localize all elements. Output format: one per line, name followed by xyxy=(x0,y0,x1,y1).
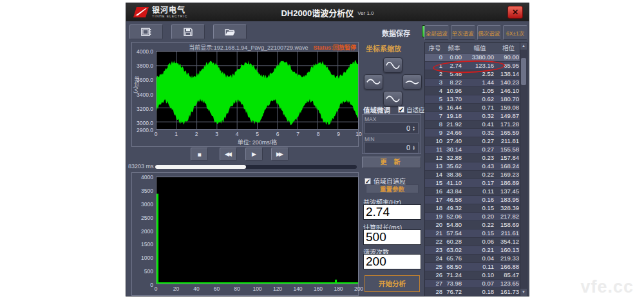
minmax-group: MAX ▲▼ MIN ▲▼ xyxy=(362,114,421,154)
filter-odd-harmonics-button[interactable]: 单次谐波 xyxy=(451,25,475,40)
spinner-arrows-icon[interactable]: ▲▼ xyxy=(410,123,417,133)
table-row[interactable]: 38.221.44140.23 xyxy=(425,79,527,87)
table-row[interactable]: 2465.760.04219.33 xyxy=(425,255,527,263)
play-button[interactable]: ▶ xyxy=(245,148,263,160)
table-cell: 149.87 xyxy=(496,112,521,120)
table-cell: 54.80 xyxy=(444,221,464,229)
min-spinner[interactable]: ▲▼ xyxy=(365,142,419,153)
filter-even-harmonics-button[interactable]: 偶次谐波 xyxy=(477,25,502,40)
filter-all-harmonics-button[interactable]: 全部谐波 xyxy=(424,25,449,40)
autofit-checkbox-row[interactable]: ✓ 自适应 xyxy=(398,105,425,114)
table-row[interactable]: 1643.840.11137.45 xyxy=(425,188,527,196)
rewind-button[interactable]: ◀◀ xyxy=(220,148,237,160)
table-cell: 0.41 xyxy=(464,121,496,128)
table-row[interactable]: 616.440.71159.08 xyxy=(425,104,527,112)
table-cell: 0.71 xyxy=(464,104,496,112)
table-row[interactable]: 1849.320.15328.39 xyxy=(425,204,527,213)
scroll-up-icon[interactable]: ▲ xyxy=(520,43,527,50)
zoom-right-button[interactable] xyxy=(402,74,422,90)
table-cell: 0.10 xyxy=(464,271,496,279)
filter-6x1-harmonics-button[interactable]: 6X±1次 xyxy=(503,25,527,40)
value-autofit-checkbox[interactable]: ✓ xyxy=(365,178,371,184)
table-row[interactable]: 1130.140.27155.58 xyxy=(425,146,527,154)
spectrum-chart xyxy=(156,177,358,284)
table-row[interactable]: 2773.980.07123.65 xyxy=(425,280,527,288)
save-button[interactable] xyxy=(171,24,205,39)
table-cell: 25 xyxy=(425,263,444,271)
table-cell: 27 xyxy=(425,280,444,287)
table-row[interactable]: 2157.540.15211.61 xyxy=(425,229,527,238)
max-label: MAX xyxy=(365,116,376,122)
table-cell: 211.81 xyxy=(496,137,521,145)
table-row[interactable]: 1952.060.20217.82 xyxy=(425,213,527,221)
table-row[interactable]: 513.700.62180.70 xyxy=(425,95,527,104)
harmonic-table-body: 00.003380.0090.0012.74123.1665.9525.482.… xyxy=(425,53,527,296)
table-row[interactable]: 719.180.32149.87 xyxy=(425,112,527,121)
calc-length-input[interactable] xyxy=(363,229,421,245)
start-analysis-button[interactable]: 开始分析 xyxy=(365,275,420,292)
spectrum-plot[interactable] xyxy=(156,177,359,284)
spinner-arrows-icon[interactable]: ▲▼ xyxy=(410,142,417,153)
close-button[interactable]: ✕ xyxy=(507,6,523,19)
table-cell: 0.15 xyxy=(464,229,496,237)
table-row[interactable]: 2260.280.06354.12 xyxy=(425,238,527,246)
fund-freq-input[interactable] xyxy=(363,204,421,220)
close-icon: ✕ xyxy=(512,8,518,17)
max-spinner[interactable]: ▲▼ xyxy=(365,122,419,134)
fast-forward-icon: ▶▶ xyxy=(276,151,281,157)
table-cell: 24.66 xyxy=(444,129,464,137)
watermark: vfe.cc xyxy=(580,277,634,297)
table-cell: 26 xyxy=(425,271,444,279)
harmonic-count-input[interactable] xyxy=(363,254,421,269)
table-cell: 7 xyxy=(425,112,444,120)
autofit-checkbox[interactable]: ✓ xyxy=(398,106,404,113)
table-cell: 57.54 xyxy=(444,229,464,237)
update-button[interactable]: 更 新 xyxy=(362,157,421,168)
brand-name: 银河电气 xyxy=(152,6,187,14)
scroll-down-icon[interactable]: ▼ xyxy=(520,289,527,296)
open-file-button[interactable] xyxy=(213,24,247,39)
table-cell: 90.00 xyxy=(496,53,521,61)
table-row[interactable]: 1541.100.17186.89 xyxy=(425,179,527,188)
zoom-down-button[interactable] xyxy=(383,91,402,106)
zoom-up-button[interactable] xyxy=(383,57,402,73)
stop-button[interactable]: ■ xyxy=(191,148,208,160)
table-cell: 85.47 xyxy=(496,271,521,279)
table-row[interactable]: 2363.020.21160.13 xyxy=(425,246,527,255)
table-row[interactable]: 2876.720.18161.73 xyxy=(425,288,527,296)
waveform-plot[interactable] xyxy=(156,51,359,130)
display-mode-button[interactable] xyxy=(129,24,163,39)
table-row[interactable]: 2054.800.22158.69 xyxy=(425,221,527,229)
min-input[interactable] xyxy=(365,142,410,153)
table-cell: 21 xyxy=(425,229,444,237)
max-input[interactable] xyxy=(365,123,410,133)
table-cell: 30.14 xyxy=(444,146,464,153)
table-row[interactable]: 1027.400.27211.81 xyxy=(425,137,527,146)
table-row[interactable]: 410.961.05146.10 xyxy=(425,87,527,95)
reset-params-button[interactable]: 重置参数 xyxy=(366,184,419,193)
table-row[interactable]: 2671.240.1085.47 xyxy=(425,271,527,280)
table-row[interactable]: 2568.500.11166.88 xyxy=(425,263,527,271)
table-row[interactable]: 1232.880.23157.84 xyxy=(425,154,527,162)
fast-forward-button[interactable]: ▶▶ xyxy=(271,148,289,160)
table-cell: 0.32 xyxy=(464,112,496,120)
table-cell: 52.06 xyxy=(444,213,464,220)
table-row[interactable]: 924.660.32165.59 xyxy=(425,129,527,137)
table-row[interactable]: 1746.580.16183.95 xyxy=(425,196,527,204)
table-cell: 76.72 xyxy=(444,288,464,296)
table-scrollbar[interactable]: ▲ ▼ xyxy=(520,43,527,296)
table-cell: 49.32 xyxy=(444,204,464,212)
playback-progress-bar[interactable] xyxy=(155,165,357,169)
progress-fill xyxy=(155,165,246,169)
zoom-left-button[interactable] xyxy=(364,74,383,90)
autofit-label: 自适应 xyxy=(406,105,425,114)
table-row[interactable]: 821.920.41171.28 xyxy=(425,121,527,129)
table-cell: 6 xyxy=(425,104,444,112)
table-cell: 146.10 xyxy=(496,87,521,95)
table-cell: 328.39 xyxy=(496,204,521,212)
table-row[interactable]: 1335.620.43168.24 xyxy=(425,162,527,171)
scrollbar-thumb[interactable] xyxy=(521,58,526,85)
table-cell: 0.22 xyxy=(464,221,496,229)
table-cell: 171.28 xyxy=(496,121,521,128)
table-row[interactable]: 1438.360.22169.23 xyxy=(425,171,527,179)
